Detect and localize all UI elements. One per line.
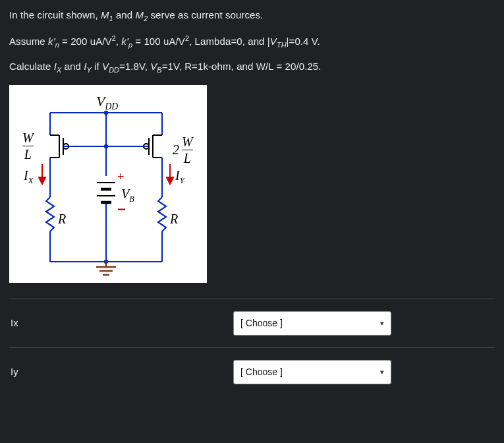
ix-label: IX — [24, 165, 33, 187]
plus-terminal: + — [117, 168, 125, 186]
circuit-diagram: VDD WL 2 WL IX IY + VB − R R — [9, 85, 207, 283]
text: Calculate — [9, 61, 54, 72]
vb-sub: B — [157, 66, 161, 74]
text: and — [61, 61, 84, 72]
m2: M — [136, 9, 144, 20]
vb: V — [150, 61, 157, 72]
text: if — [92, 61, 102, 72]
answer-row-ix: Ix [ Choose ] ▾ — [9, 299, 495, 347]
iy-sub: Y — [86, 66, 91, 74]
text: =1V, R=1k-ohm, and W/L = 20/0.25. — [162, 61, 322, 72]
text: |=0.4 V. — [287, 36, 320, 47]
question-prompt: In the circuit shown, M1 and M2 serve as… — [9, 8, 495, 76]
select-ix[interactable]: [ Choose ] ▾ — [233, 311, 391, 336]
vth: V — [270, 36, 277, 47]
vdd-label: VDD — [96, 90, 118, 114]
text: = 200 uA/V — [59, 36, 112, 47]
text: =1.8V, — [119, 61, 150, 72]
answer-label-iy: Iy — [9, 365, 220, 380]
minus-terminal: − — [117, 198, 126, 220]
kn: k' — [48, 36, 55, 47]
select-iy[interactable]: [ Choose ] ▾ — [233, 360, 391, 384]
select-ix-value: [ Choose ] — [240, 316, 283, 330]
select-iy-value: [ Choose ] — [240, 365, 283, 379]
chevron-down-icon: ▾ — [380, 367, 384, 378]
chevron-down-icon: ▾ — [380, 318, 384, 329]
text: In the circuit shown, — [9, 9, 101, 20]
text: and — [113, 9, 136, 20]
text: Assume — [9, 36, 48, 47]
vdd: V — [102, 61, 109, 72]
iy-label: IY — [175, 165, 184, 187]
svg-point-14 — [104, 144, 108, 148]
answer-label-ix: Ix — [9, 316, 220, 331]
r-left: R — [58, 209, 66, 229]
wl-left: WL — [22, 131, 34, 161]
m1: M — [101, 9, 109, 20]
vth-sub: TH — [277, 41, 287, 49]
wl-right: 2 WL — [173, 135, 193, 165]
text: , Lambda=0, and | — [189, 36, 270, 47]
svg-marker-37 — [167, 177, 173, 184]
r-right: R — [170, 209, 178, 229]
vdd-sub: DD — [109, 66, 119, 74]
kp: k' — [121, 36, 128, 47]
svg-marker-35 — [39, 177, 45, 184]
text: serve as current sources. — [148, 9, 263, 20]
answer-row-iy: Iy [ Choose ] ▾ — [9, 347, 495, 396]
text: = 100 uA/V — [132, 36, 185, 47]
